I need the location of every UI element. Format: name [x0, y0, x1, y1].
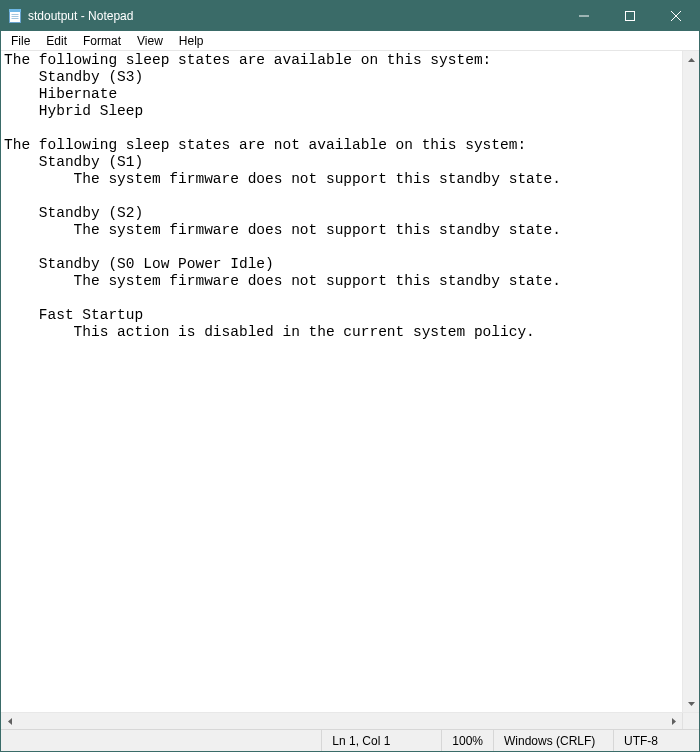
menu-help[interactable]: Help — [171, 33, 212, 49]
svg-marker-9 — [688, 58, 695, 62]
menu-format[interactable]: Format — [75, 33, 129, 49]
notepad-icon — [7, 8, 23, 24]
close-button[interactable] — [653, 1, 699, 31]
menu-edit[interactable]: Edit — [38, 33, 75, 49]
statusbar: Ln 1, Col 1 100% Windows (CRLF) UTF-8 — [1, 729, 699, 751]
maximize-button[interactable] — [607, 1, 653, 31]
status-encoding: UTF-8 — [614, 730, 699, 751]
window-title: stdoutput - Notepad — [28, 9, 561, 23]
svg-rect-1 — [9, 9, 21, 12]
text-editor[interactable]: The following sleep states are available… — [1, 51, 682, 712]
menu-view[interactable]: View — [129, 33, 171, 49]
status-position: Ln 1, Col 1 — [322, 730, 442, 751]
scroll-right-icon[interactable] — [665, 713, 682, 730]
titlebar[interactable]: stdoutput - Notepad — [1, 1, 699, 31]
svg-marker-11 — [8, 718, 12, 725]
window-controls — [561, 1, 699, 31]
horizontal-scrollbar-track[interactable] — [18, 713, 665, 729]
status-eol: Windows (CRLF) — [494, 730, 614, 751]
scrollbar-corner — [682, 713, 699, 729]
vertical-scrollbar[interactable] — [682, 51, 699, 712]
svg-marker-10 — [688, 702, 695, 706]
svg-marker-12 — [672, 718, 676, 725]
scroll-down-icon[interactable] — [683, 695, 700, 712]
menu-file[interactable]: File — [3, 33, 38, 49]
menubar: File Edit Format View Help — [1, 31, 699, 51]
content-area: The following sleep states are available… — [1, 51, 699, 712]
scroll-up-icon[interactable] — [683, 51, 700, 68]
scroll-left-icon[interactable] — [1, 713, 18, 730]
status-zoom: 100% — [442, 730, 494, 751]
vertical-scrollbar-track[interactable] — [683, 68, 699, 695]
statusbar-spacer — [1, 730, 322, 751]
minimize-button[interactable] — [561, 1, 607, 31]
svg-rect-6 — [626, 12, 635, 21]
horizontal-scrollbar[interactable] — [1, 712, 699, 729]
